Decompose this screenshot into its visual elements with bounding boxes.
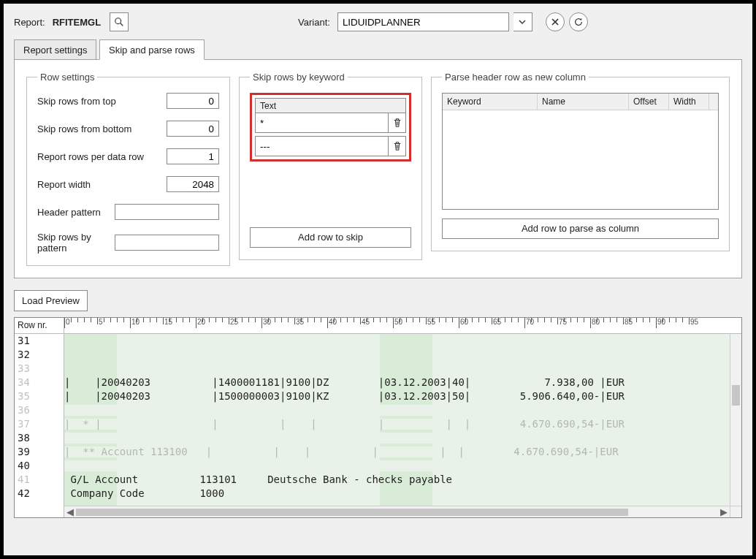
rs-label: Skip rows by pattern	[37, 232, 115, 254]
rs-label: Report width	[37, 179, 167, 190]
parse-header-grid[interactable]: Keyword Name Offset Width	[442, 93, 719, 210]
ruler: 05101520253035404550556065707580859095	[64, 318, 730, 334]
preview-row: | |20040203 |1400001181|9100|DZ |03.12.2…	[64, 376, 730, 389]
rs-input-skip-rows-by-pattern[interactable]	[115, 235, 219, 251]
rs-input-report-width[interactable]	[167, 176, 219, 192]
rownr-header: Row nr.	[15, 318, 64, 334]
skip-keyword-highlight: Text	[250, 93, 411, 161]
delete-skip-row-button[interactable]	[389, 136, 406, 156]
tab-panel: Row settings Skip rows from topSkip rows…	[14, 59, 742, 278]
search-report-button[interactable]	[110, 12, 129, 31]
preview-box: Row nr. 05101520253035404550556065707580…	[14, 317, 742, 518]
parse-col-offset: Offset	[629, 94, 669, 110]
skip-keyword-col-header: Text	[255, 98, 406, 113]
rs-label: Header pattern	[37, 207, 115, 218]
skip-keyword-fieldset: Skip rows by keyword Text Add row to ski…	[239, 72, 422, 260]
horizontal-scrollbar[interactable]: ◀ ▶	[64, 506, 730, 517]
rs-label: Skip rows from top	[37, 96, 167, 107]
rs-input-skip-rows-from-bottom[interactable]	[167, 121, 219, 137]
report-name: RFITEMGL	[53, 17, 101, 28]
variant-label: Variant:	[298, 17, 330, 28]
svg-point-0	[115, 18, 121, 24]
preview-row: | * | | | | | | | 4.670.690,54-|EUR	[64, 417, 730, 431]
preview-data[interactable]: | |20040203 |1400001181|9100|DZ |03.12.2…	[64, 334, 730, 506]
tab-report-settings[interactable]: Report settings	[14, 39, 96, 60]
parse-header-legend: Parse header row as new column	[442, 72, 589, 83]
parse-col-width: Width	[669, 94, 709, 110]
rs-input-header-pattern[interactable]	[115, 204, 219, 220]
vertical-scrollbar[interactable]	[730, 334, 741, 506]
preview-row: | |20040203 |1500000003|9100|KZ |03.12.2…	[64, 389, 730, 403]
clear-variant-button[interactable]	[546, 12, 565, 31]
parse-col-name: Name	[538, 94, 629, 110]
preview-row	[64, 501, 730, 506]
row-numbers: 313233343536373839404142	[15, 334, 64, 506]
variant-input[interactable]	[337, 12, 509, 31]
add-skip-row-button[interactable]: Add row to skip	[250, 227, 411, 248]
rs-label: Report rows per data row	[37, 151, 167, 162]
refresh-variant-button[interactable]	[569, 12, 588, 31]
load-preview-button[interactable]: Load Preview	[14, 290, 88, 311]
rs-label: Skip rows from bottom	[37, 123, 167, 134]
svg-line-1	[121, 23, 123, 26]
rs-input-report-rows-per-data-row[interactable]	[167, 148, 219, 164]
report-label: Report:	[14, 17, 45, 28]
preview-row	[64, 431, 730, 445]
preview-row	[64, 459, 730, 473]
rs-input-skip-rows-from-top[interactable]	[167, 93, 219, 109]
delete-skip-row-button[interactable]	[389, 113, 406, 133]
tab-skip-parse[interactable]: Skip and parse rows	[99, 39, 205, 60]
tab-strip: Report settings Skip and parse rows	[14, 39, 742, 59]
preview-row: Company Code 1000	[64, 487, 730, 501]
row-settings-fieldset: Row settings Skip rows from topSkip rows…	[26, 72, 230, 266]
parse-col-keyword: Keyword	[443, 94, 538, 110]
parse-header-fieldset: Parse header row as new column Keyword N…	[431, 72, 730, 251]
row-settings-legend: Row settings	[37, 72, 97, 83]
preview-row: G/L Account 113101 Deutsche Bank - check…	[64, 473, 730, 487]
skip-keyword-input[interactable]	[255, 113, 389, 133]
add-parse-column-button[interactable]: Add row to parse as column	[442, 218, 719, 239]
top-bar: Report: RFITEMGL Variant:	[14, 12, 742, 31]
preview-row	[64, 403, 730, 417]
preview-row: | ** Account 113100 | | | | | | 4.670.69…	[64, 445, 730, 459]
skip-keyword-legend: Skip rows by keyword	[250, 72, 348, 83]
skip-keyword-input[interactable]	[255, 136, 389, 156]
variant-dropdown-button[interactable]	[513, 12, 532, 31]
